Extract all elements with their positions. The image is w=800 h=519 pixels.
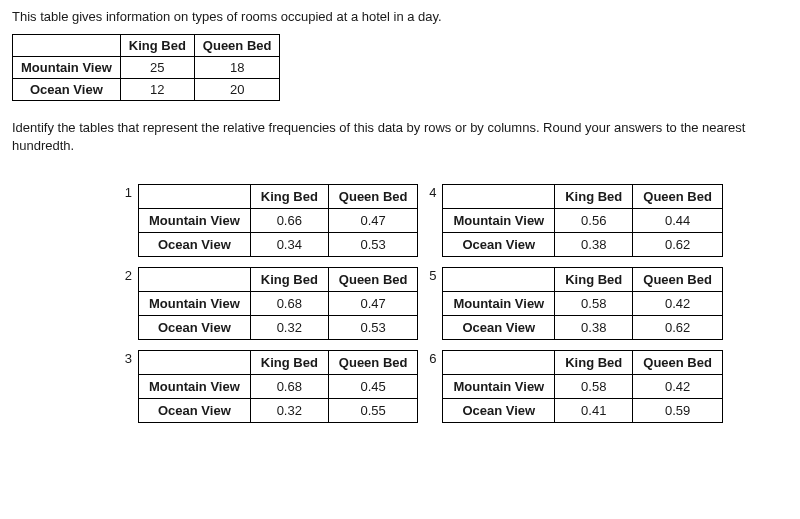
option-table: King BedQueen Bed Mountain View0.680.47 … — [138, 267, 418, 340]
option-table: King BedQueen Bed Mountain View0.660.47 … — [138, 184, 418, 257]
option-number: 1 — [122, 185, 132, 200]
intro-text: This table gives information on types of… — [12, 8, 788, 26]
option-table: King BedQueen Bed Mountain View0.580.42 … — [442, 350, 722, 423]
option-5[interactable]: 5 King BedQueen Bed Mountain View0.580.4… — [426, 267, 722, 340]
options-grid: 1 King BedQueen Bed Mountain View0.660.4… — [122, 184, 788, 423]
cell-r2c1: 12 — [120, 79, 194, 101]
row-label-mountain: Mountain View — [13, 57, 121, 79]
option-6[interactable]: 6 King BedQueen Bed Mountain View0.580.4… — [426, 350, 722, 423]
cell-r1c1: 25 — [120, 57, 194, 79]
main-data-table: King Bed Queen Bed Mountain View 25 18 O… — [12, 34, 280, 101]
option-2[interactable]: 2 King BedQueen Bed Mountain View0.680.4… — [122, 267, 418, 340]
option-number: 6 — [426, 351, 436, 366]
row-label-ocean: Ocean View — [13, 79, 121, 101]
cell-r1c2: 18 — [194, 57, 280, 79]
option-3[interactable]: 3 King BedQueen Bed Mountain View0.680.4… — [122, 350, 418, 423]
option-table: King BedQueen Bed Mountain View0.580.42 … — [442, 267, 722, 340]
question-text: Identify the tables that represent the r… — [12, 119, 788, 155]
option-number: 5 — [426, 268, 436, 283]
option-1[interactable]: 1 King BedQueen Bed Mountain View0.660.4… — [122, 184, 418, 257]
option-table: King BedQueen Bed Mountain View0.560.44 … — [442, 184, 722, 257]
option-number: 4 — [426, 185, 436, 200]
option-table: King BedQueen Bed Mountain View0.680.45 … — [138, 350, 418, 423]
option-4[interactable]: 4 King BedQueen Bed Mountain View0.560.4… — [426, 184, 722, 257]
option-number: 2 — [122, 268, 132, 283]
blank-header — [13, 35, 121, 57]
col-header-queen: Queen Bed — [194, 35, 280, 57]
option-number: 3 — [122, 351, 132, 366]
cell-r2c2: 20 — [194, 79, 280, 101]
col-header-king: King Bed — [120, 35, 194, 57]
